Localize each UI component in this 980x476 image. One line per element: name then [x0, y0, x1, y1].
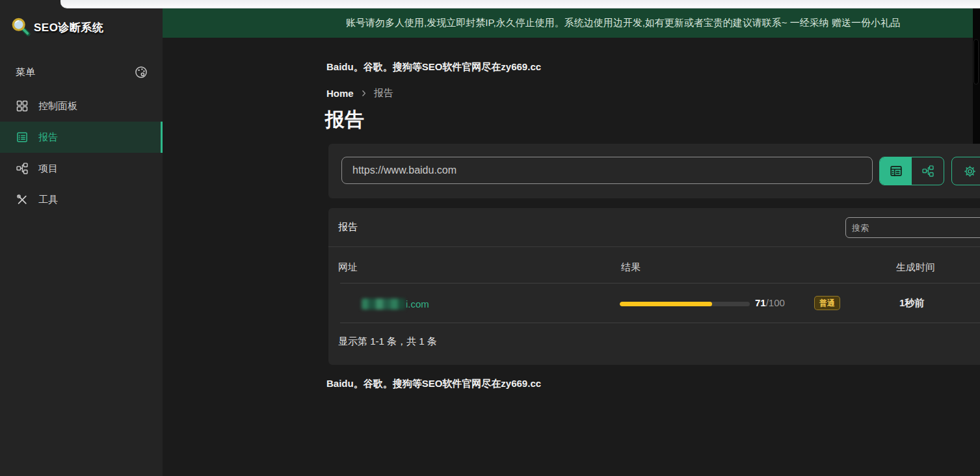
sidebar: SEO诊断系统 菜单 — [0, 0, 163, 476]
app-logo: SEO诊断系统 — [10, 17, 103, 38]
column-header-result: 结果 — [621, 261, 641, 274]
sidebar-item-label: 报告 — [38, 131, 58, 144]
sidebar-item-projects[interactable]: 项目 — [0, 153, 163, 184]
score-progress-fill — [620, 302, 712, 306]
sidebar-item-tools[interactable]: 工具 — [0, 184, 163, 215]
menu-label: 菜单 — [16, 66, 35, 79]
app-root: SEO诊断系统 菜单 — [0, 0, 980, 476]
breadcrumb-home-link[interactable]: Home — [326, 88, 354, 99]
report-row-url-link[interactable]: i.com — [362, 298, 429, 310]
sidebar-nav: 控制面板 报告 — [0, 90, 163, 215]
table-view-button[interactable] — [880, 157, 912, 185]
report-panel-title: 报告 — [338, 208, 358, 246]
column-header-url: 网址 — [338, 261, 358, 274]
scrollbar-track[interactable] — [973, 8, 980, 144]
score-progress-bar — [620, 302, 750, 306]
settings-button[interactable] — [951, 157, 980, 185]
level-badge: 普通 — [814, 296, 840, 310]
table-view-icon — [889, 164, 903, 178]
url-redacted-blur — [362, 298, 405, 310]
sidebar-item-dashboard[interactable]: 控制面板 — [0, 90, 163, 122]
breadcrumb-current: 报告 — [374, 87, 393, 99]
report-table-panel: 报告 网址 结果 生成时间 i.com 71/100 普通 1秒前 显示第 1-… — [328, 208, 980, 365]
score-number: 71 — [755, 297, 766, 308]
magnifier-logo-icon — [10, 17, 31, 38]
project-nodes-icon — [16, 162, 29, 175]
divider — [328, 246, 980, 247]
promo-text-bottom: Baidu。谷歌。搜狗等SEO软件官网尽在zy669.cc — [326, 378, 541, 390]
breadcrumb: Home 报告 — [326, 87, 393, 99]
app-title: SEO诊断系统 — [34, 20, 103, 35]
sidebar-item-label: 控制面板 — [38, 100, 77, 112]
table-search-input[interactable] — [845, 217, 980, 238]
generated-time: 1秒前 — [899, 297, 924, 310]
url-search-panel — [328, 144, 980, 198]
menu-header: 菜单 — [0, 62, 163, 82]
pagination-summary: 显示第 1-1 条，共 1 条 — [338, 336, 437, 348]
url-input[interactable] — [341, 157, 873, 184]
browser-chrome-sliver — [60, 0, 980, 8]
announcement-banner: 账号请勿多人使用,发现立即封禁IP,永久停止使用。系统边使用边开发,如有更新或者… — [163, 8, 973, 38]
score-total: /100 — [766, 297, 785, 308]
sidebar-item-label: 工具 — [38, 194, 58, 206]
scrollbar-thumb[interactable] — [973, 39, 979, 85]
settings-gear-icon — [963, 165, 977, 178]
chevron-right-icon — [360, 89, 368, 98]
main-content: Baidu。谷歌。搜狗等SEO软件官网尽在zy669.cc Home 报告 报告 — [163, 38, 980, 476]
divider — [340, 283, 980, 284]
nodes-view-icon — [921, 165, 934, 178]
view-toggle-group — [879, 157, 944, 185]
nodes-view-button[interactable] — [912, 157, 944, 185]
page-title: 报告 — [325, 107, 364, 133]
tools-icon — [16, 193, 29, 206]
column-header-time: 生成时间 — [896, 261, 935, 274]
divider — [340, 323, 980, 323]
score-value: 71/100 — [755, 297, 785, 308]
promo-text-top: Baidu。谷歌。搜狗等SEO软件官网尽在zy669.cc — [326, 61, 541, 73]
sidebar-item-reports[interactable]: 报告 — [0, 122, 163, 153]
theme-palette-icon[interactable] — [134, 65, 148, 79]
url-visible-text: i.com — [406, 298, 429, 310]
report-table-icon — [16, 131, 29, 144]
sidebar-item-label: 项目 — [38, 163, 58, 175]
dashboard-grid-icon — [16, 99, 29, 112]
announcement-text: 账号请勿多人使用,发现立即封禁IP,永久停止使用。系统边使用边开发,如有更新或者… — [346, 17, 900, 29]
